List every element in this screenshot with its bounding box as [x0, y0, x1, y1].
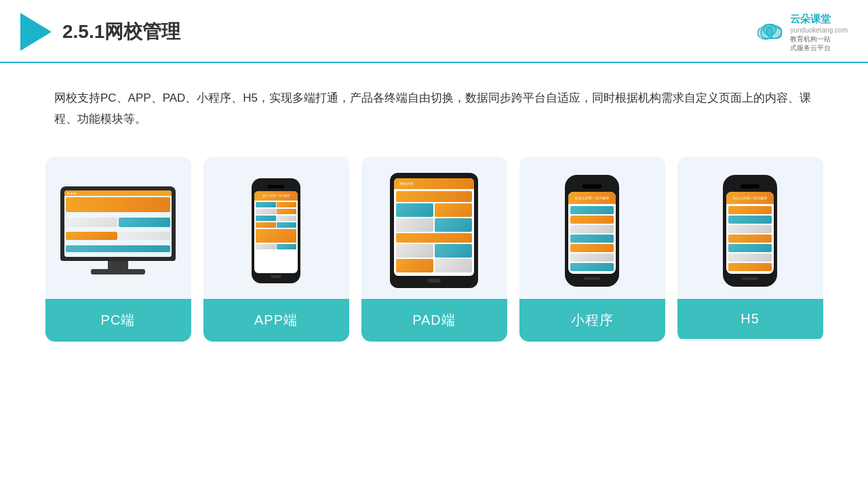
- card-mini-image: 职达人的第一堂兴趣课: [519, 157, 665, 299]
- card-pad-image: 网校管理: [361, 157, 507, 299]
- header: 2.5.1网校管理 云朵课堂 yunduoketang.com 教育机构一站 式…: [0, 0, 868, 63]
- header-right: 云朵课堂 yunduoketang.com 教育机构一站 式服务云平台: [753, 12, 848, 52]
- pc-mockup: [60, 186, 176, 274]
- phone2-mockup-h5: 职达人的第一堂兴趣课: [723, 175, 777, 287]
- logo-url-text: yunduoketang.com: [790, 26, 848, 35]
- logo-slogan1-text: 教育机构一站: [790, 35, 848, 43]
- tablet-mockup: 网校管理: [390, 173, 478, 288]
- play-triangle-icon: [20, 13, 52, 51]
- card-app-image: 职达人的第一堂兴趣课: [203, 157, 349, 299]
- card-app: 职达人的第一堂兴趣课 APP端: [203, 157, 349, 342]
- page-title: 2.5.1网校管理: [62, 19, 180, 45]
- header-left: 2.5.1网校管理: [20, 13, 180, 51]
- card-mini-label: 小程序: [519, 299, 665, 342]
- card-pad-label: PAD端: [361, 299, 507, 342]
- cloud-logo: 云朵课堂 yunduoketang.com 教育机构一站 式服务云平台: [753, 12, 848, 52]
- phone-mockup-app: 职达人的第一堂兴趣课: [252, 178, 300, 283]
- logo-text: 云朵课堂 yunduoketang.com 教育机构一站 式服务云平台: [790, 12, 848, 52]
- card-app-label: APP端: [203, 299, 349, 342]
- card-h5-label: H5: [677, 299, 823, 339]
- card-pc: PC端: [45, 157, 191, 342]
- card-h5-image: 职达人的第一堂兴趣课: [677, 157, 823, 299]
- logo-brand-text: 云朵课堂: [790, 12, 848, 26]
- card-pc-image: [45, 157, 191, 299]
- card-pad: 网校管理: [361, 157, 507, 342]
- card-pc-label: PC端: [45, 299, 191, 342]
- logo-slogan2-text: 式服务云平台: [790, 43, 848, 52]
- description-text: 网校支持PC、APP、PAD、小程序、H5，实现多端打通，产品各终端自由切换，数…: [0, 63, 868, 137]
- card-h5: 职达人的第一堂兴趣课: [677, 157, 823, 342]
- cards-container: PC端 职达人的第一堂兴趣课: [0, 136, 868, 362]
- phone2-mockup-mini: 职达人的第一堂兴趣课: [565, 175, 619, 287]
- cloud-logo-icon: [753, 21, 786, 43]
- card-mini: 职达人的第一堂兴趣课: [519, 157, 665, 342]
